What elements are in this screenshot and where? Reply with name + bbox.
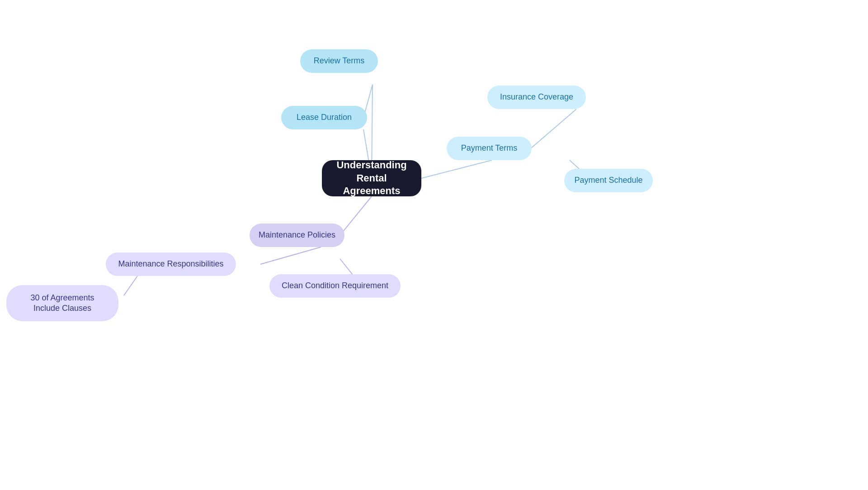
connector-maintenance-responsibilities bbox=[260, 247, 321, 264]
connector-center-maintenance bbox=[340, 196, 372, 235]
clean-condition-node[interactable]: Clean Condition Requirement bbox=[269, 274, 401, 298]
center-node[interactable]: Understanding Rental Agreements bbox=[322, 160, 421, 196]
payment-terms-node[interactable]: Payment Terms bbox=[447, 137, 532, 160]
review-terms-node[interactable]: Review Terms bbox=[300, 49, 378, 73]
connector-payment-insurance bbox=[531, 109, 576, 148]
agreements-clauses-node[interactable]: 30 of Agreements Include Clauses bbox=[6, 285, 118, 321]
payment-schedule-node[interactable]: Payment Schedule bbox=[564, 169, 653, 192]
connector-center-payment bbox=[421, 160, 492, 178]
connector-responsibilities-clauses bbox=[124, 276, 137, 295]
insurance-coverage-node[interactable]: Insurance Coverage bbox=[487, 86, 586, 109]
maintenance-responsibilities-node[interactable]: Maintenance Responsibilities bbox=[106, 252, 236, 276]
lease-duration-node[interactable]: Lease Duration bbox=[281, 106, 367, 129]
connections-svg bbox=[0, 0, 868, 490]
maintenance-policies-node[interactable]: Maintenance Policies bbox=[250, 224, 344, 247]
